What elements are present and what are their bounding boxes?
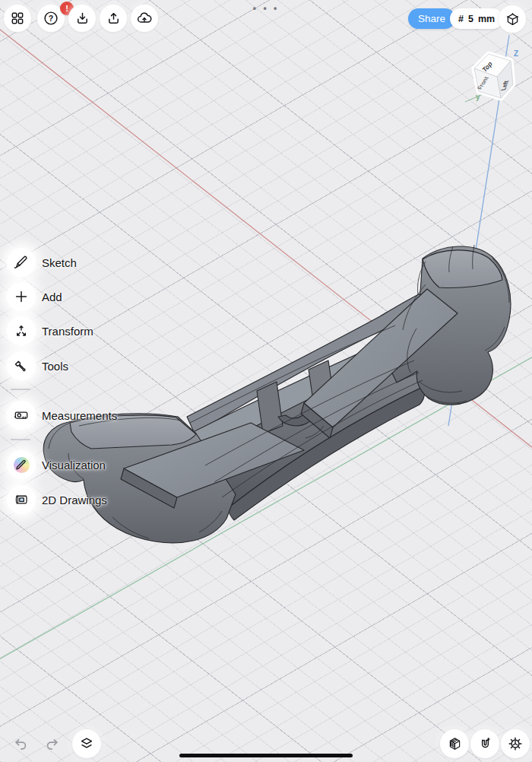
redo-button[interactable] xyxy=(41,733,62,754)
tools-hammer-icon[interactable] xyxy=(7,351,36,380)
axis-z-label: Z xyxy=(514,49,518,58)
menu-label-visualization[interactable]: Visualization xyxy=(42,459,106,471)
section-view-icon xyxy=(447,736,463,752)
menu-divider xyxy=(11,389,30,390)
menu-label-transform[interactable]: Transform xyxy=(42,325,93,338)
snap-unit: mm xyxy=(478,14,495,24)
scene-3d: Top Left Front Z y xyxy=(0,0,532,762)
view-cube[interactable]: Top Left Front Z y xyxy=(465,49,518,102)
section-view-button[interactable] xyxy=(440,729,469,758)
menu-label-tools[interactable]: Tools xyxy=(42,360,68,373)
menu-label-sketch[interactable]: Sketch xyxy=(42,256,77,269)
svg-text:?: ? xyxy=(49,14,53,23)
undo-icon xyxy=(12,735,30,753)
menu-label-add[interactable]: Add xyxy=(42,291,62,303)
grid-snap-badge[interactable]: # 5 mm xyxy=(450,8,503,29)
items-layers-icon xyxy=(78,735,95,752)
settings-button[interactable] xyxy=(501,729,530,758)
settings-gear-icon xyxy=(507,735,524,752)
2d-drawings-sheet-icon[interactable] xyxy=(7,485,36,514)
sketch-pencil-icon[interactable] xyxy=(7,248,36,277)
axis-y-label: y xyxy=(476,93,480,101)
undo-button[interactable] xyxy=(11,733,32,754)
visualization-palette-icon[interactable] xyxy=(7,450,36,479)
snap-prefix: # xyxy=(458,14,464,24)
share-button[interactable]: Share xyxy=(408,8,455,29)
items-panel-button[interactable] xyxy=(72,729,101,758)
menu-divider xyxy=(11,439,30,440)
redo-icon xyxy=(43,735,61,753)
menu-label-measurements[interactable]: Measurements xyxy=(42,409,117,422)
snapping-button[interactable] xyxy=(470,729,499,758)
measurements-tape-icon[interactable] xyxy=(7,401,36,430)
axonometric-cube-icon xyxy=(505,11,521,27)
add-plus-icon[interactable] xyxy=(7,282,36,311)
transform-arrows-icon[interactable] xyxy=(7,316,36,345)
menu-label-2d-drawings[interactable]: 2D Drawings xyxy=(42,494,107,506)
snap-magnet-icon xyxy=(477,736,493,752)
model-3d-body[interactable] xyxy=(43,246,511,543)
home-indicator[interactable] xyxy=(179,754,353,757)
viewport-canvas[interactable]: Top Left Front Z y xyxy=(0,0,532,762)
snap-value: 5 xyxy=(468,14,473,24)
axonometric-view-button[interactable] xyxy=(499,5,526,33)
